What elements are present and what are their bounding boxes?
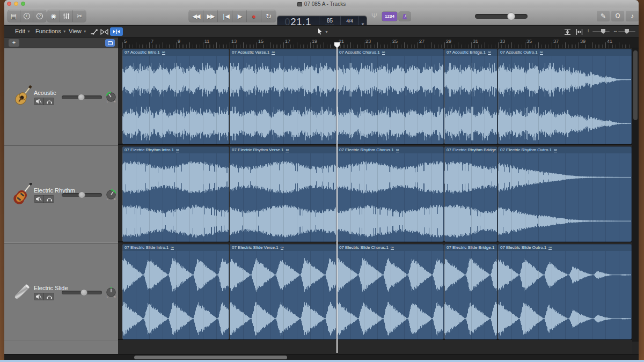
functions-menu[interactable]: Functions▼ [35, 28, 67, 34]
solo-button[interactable] [44, 293, 54, 300]
region[interactable]: 07 Electric Slide Chorus.1∞ [337, 244, 444, 339]
horizontal-scrollbar-thumb[interactable] [134, 356, 287, 359]
track-name[interactable]: Acoustic [34, 90, 56, 96]
count-in-button[interactable]: 1234 [382, 12, 397, 21]
region-header: 07 Electric Rhythm Intro.1∞ [122, 146, 229, 153]
rewind-button[interactable]: ◀◀ [189, 10, 203, 22]
master-volume-slider[interactable] [475, 14, 528, 19]
region[interactable]: 07 Electric Rhythm Verse.1∞ [230, 146, 336, 242]
loop-badge-icon: ∞ [272, 50, 275, 55]
solo-button[interactable] [44, 195, 54, 203]
region-label: 07 Electric Slide Bridge.1 [447, 245, 494, 250]
track-volume-thumb[interactable] [78, 94, 85, 101]
vertical-auto-zoom-icon[interactable] [562, 27, 572, 36]
waveform [122, 251, 229, 339]
bar-ruler[interactable]: 57911131517192123252729313335373941 [118, 38, 639, 48]
record-button[interactable]: ● [247, 10, 261, 22]
region[interactable]: 07 Electric Rhythm Bridge.1 [444, 146, 497, 242]
track-name[interactable]: Electric Slide [34, 285, 68, 291]
catch-playhead-button[interactable] [110, 27, 123, 36]
track-header-electric-slide[interactable]: Electric Slide LR [4, 243, 118, 341]
solo-headphones-icon [46, 196, 53, 202]
region[interactable]: 07 Electric Rhythm Chorus.1∞ [337, 146, 444, 242]
vertical-zoom-slider[interactable] [592, 31, 610, 32]
track-header-config-button[interactable] [105, 39, 115, 47]
region[interactable]: 07 Electric Slide Bridge.1 [444, 244, 497, 339]
mute-button[interactable] [34, 293, 44, 300]
vertical-scrollbar[interactable] [632, 48, 639, 342]
quick-help-icon[interactable]: ? [33, 10, 46, 22]
horizontal-zoom-thumb[interactable] [625, 29, 629, 34]
region[interactable]: 07 Electric Rhythm Intro.1∞ [122, 146, 229, 242]
region[interactable]: 07 Electric Slide Outro.1∞ [498, 244, 632, 339]
region[interactable]: 07 Electric Slide Verse.1∞ [230, 244, 336, 339]
forward-button[interactable]: ▶▶ [203, 10, 218, 22]
loop-browser-icon[interactable]: Ω [611, 11, 624, 21]
track-volume-slider[interactable] [62, 193, 102, 197]
mute-button[interactable] [34, 195, 44, 203]
ruler-bar-label: 23 [365, 39, 371, 44]
metronome-button[interactable] [399, 12, 411, 21]
cycle-button[interactable]: ↻ [261, 10, 276, 22]
vertical-scrollbar-thumb[interactable] [633, 50, 638, 120]
play-button[interactable]: ▶ [232, 10, 247, 22]
region-label: 07 Acoustic Outro.1 [500, 50, 538, 55]
pan-knob[interactable]: LR [105, 286, 117, 298]
pan-knob[interactable]: LR [105, 91, 117, 103]
ruler-bar-label: 5 [124, 39, 127, 44]
edit-menu[interactable]: Edit▼ [15, 28, 31, 34]
chevron-down-icon: ▼ [27, 29, 31, 33]
region[interactable]: 07 Acoustic Bridge.1∞ [444, 49, 497, 144]
flex-icon[interactable] [99, 27, 109, 36]
mute-solo-group [34, 98, 54, 105]
svg-text:R: R [114, 198, 116, 201]
automation-icon[interactable] [89, 27, 99, 36]
region[interactable]: 07 Acoustic Chorus.1∞ [337, 49, 444, 144]
track-volume-thumb[interactable] [80, 289, 87, 296]
ruler-bar-label: 39 [580, 39, 586, 44]
go-to-beginning-button[interactable]: ❘◀ [218, 10, 232, 22]
region[interactable]: 07 Acoustic Intro.1∞ [122, 49, 229, 144]
pan-knob[interactable]: LR [105, 189, 117, 201]
split-scissors-icon[interactable]: ✂ [73, 10, 86, 22]
mute-icon [35, 196, 42, 202]
horizontal-zoom-slider[interactable] [618, 31, 635, 32]
region[interactable]: 07 Acoustic Verse.1∞ [230, 49, 336, 144]
inspector-icon[interactable]: i [20, 10, 33, 22]
track-header-top-bar: + [4, 38, 118, 48]
track-volume-slider[interactable] [62, 291, 102, 294]
pointer-tool-menu[interactable]: ▼ [314, 27, 332, 36]
region-label: 07 Electric Slide Intro.1 [125, 245, 169, 250]
tracks-area[interactable]: 07 Acoustic Intro.1∞07 Acoustic Verse.1∞… [118, 48, 632, 354]
master-volume-thumb[interactable] [507, 12, 515, 20]
region[interactable]: 07 Electric Rhythm Outro.1∞ [498, 146, 632, 242]
horizontal-zoom-icon: ↔ [613, 28, 618, 33]
region-label: 07 Electric Rhythm Bridge.1 [447, 147, 497, 152]
track-name[interactable]: Electric Rhythm [34, 187, 75, 194]
horizontal-auto-zoom-icon[interactable] [574, 27, 584, 36]
region-header: 07 Electric Slide Bridge.1 [444, 244, 497, 251]
catch-playhead-icon [113, 29, 120, 34]
mixer-icon[interactable] [60, 10, 73, 22]
ruler-bar-label: 29 [446, 39, 451, 44]
library-icon[interactable]: ▤ [8, 10, 20, 22]
tuner-icon[interactable]: Ψ [371, 12, 377, 20]
ruler-bar-label: 15 [258, 39, 264, 44]
svg-text:R: R [114, 295, 116, 298]
media-browser-icon[interactable]: ♪ [626, 11, 639, 21]
solo-headphones-icon [46, 294, 53, 299]
track-header-electric-rhythm[interactable]: Electric Rhythm LR [4, 146, 118, 243]
mute-button[interactable] [34, 98, 44, 105]
time-signature: 4/4 [341, 18, 358, 24]
vertical-zoom-thumb[interactable] [601, 29, 605, 34]
solo-button[interactable] [44, 98, 54, 105]
track-volume-slider[interactable] [62, 95, 102, 99]
track-header-acoustic[interactable]: Acoustic LR [4, 48, 118, 146]
smart-controls-icon[interactable]: ◉ [47, 10, 60, 22]
notepad-icon[interactable]: ✎ [597, 11, 610, 21]
view-menu[interactable]: View▼ [69, 28, 87, 34]
region[interactable]: 07 Electric Slide Intro.1∞ [122, 244, 229, 339]
region[interactable]: 07 Acoustic Outro.1∞ [498, 49, 632, 144]
track-volume-thumb[interactable] [78, 191, 85, 198]
add-track-button[interactable]: + [9, 39, 19, 47]
